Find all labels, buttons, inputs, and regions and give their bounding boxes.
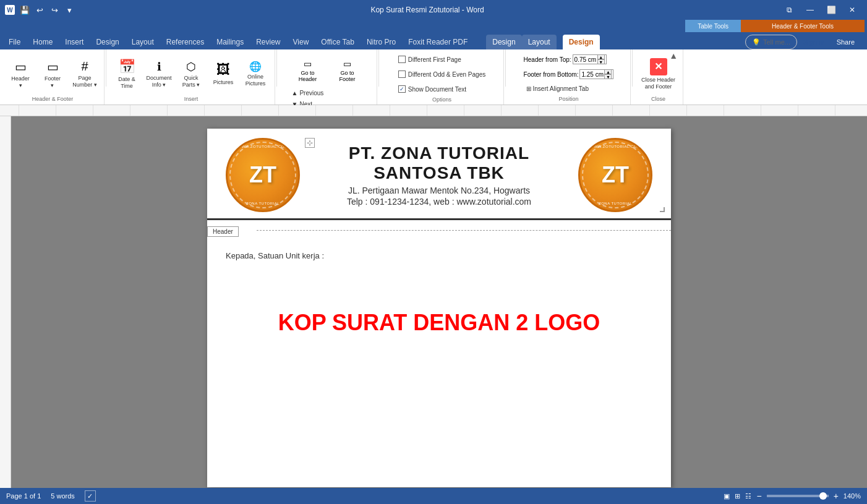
pictures-button[interactable]: 🖼 Pictures (208, 56, 239, 93)
header-from-top-field: Header from Top: 0.75 cm ▲ ▼ (524, 53, 607, 66)
undo-button[interactable]: ↩ (33, 4, 46, 16)
goto-footer-icon: ▭ (343, 59, 351, 69)
doc-info-button[interactable]: ℹ DocumentInfo ▾ (143, 56, 174, 93)
zoom-thumb (819, 492, 827, 500)
tab-nitropro[interactable]: Nitro Pro (361, 35, 402, 49)
tab-officetab[interactable]: Office Tab (315, 35, 361, 49)
title-bar-left: W 💾 ↩ ↪ ▾ (5, 4, 75, 16)
tab-review[interactable]: Review (250, 35, 286, 49)
page-container[interactable]: ⊹ WWW.ZOTUTORIAL.COM ZT ZONA TUTORIAL PT… (11, 116, 867, 488)
tell-me-text: Tell me... (763, 38, 790, 46)
hf-tools-context-label: Header & Footer Tools (741, 20, 865, 32)
footer-from-bottom-field: Footer from Bottom: 1.25 cm ▲ ▼ (524, 68, 614, 80)
tab-design[interactable]: Design (90, 35, 125, 49)
tab-table-layout[interactable]: Layout (522, 35, 557, 49)
restore-window-button[interactable]: ⧉ (779, 0, 799, 20)
previous-button[interactable]: ▲ Previous (289, 87, 366, 98)
logo-right: WWW.ZOTUTORIAL.COM ZT ZONA TUTORIAL (578, 138, 652, 212)
quick-parts-icon: ⬡ (186, 60, 196, 74)
tab-mailings[interactable]: Mailings (210, 35, 250, 49)
footer-bottom-spin-up[interactable]: ▲ (604, 69, 612, 74)
vertical-ruler (0, 116, 11, 488)
header-resize-handle[interactable] (660, 207, 665, 212)
footer-label: Footer▾ (45, 75, 61, 89)
quick-parts-button[interactable]: ⬡ QuickParts ▾ (176, 56, 207, 93)
pictures-label: Pictures (213, 79, 234, 86)
ribbon-group-position: Header from Top: 0.75 cm ▲ ▼ Footer from… (507, 49, 631, 105)
show-doc-text-checkbox[interactable] (398, 85, 406, 93)
goto-header-button[interactable]: ▭ Go toHeader (289, 53, 327, 87)
view-read-icon[interactable]: ☷ (745, 492, 751, 500)
maximize-button[interactable]: ⬜ (821, 0, 841, 20)
footer-button[interactable]: ▭ Footer▾ (37, 56, 68, 93)
document-header: ⊹ WWW.ZOTUTORIAL.COM ZT ZONA TUTORIAL PT… (207, 129, 671, 220)
zoom-slider[interactable] (767, 495, 829, 497)
logo-right-text: ZT (602, 162, 629, 188)
proofing-icon[interactable]: ✓ (85, 490, 96, 502)
view-normal-icon[interactable]: ▣ (724, 492, 730, 500)
tab-foxitpdf[interactable]: Foxit Reader PDF (402, 35, 474, 49)
previous-icon: ▲ (292, 90, 298, 96)
online-pictures-button[interactable]: 🌐 OnlinePictures (240, 56, 271, 93)
tab-insert[interactable]: Insert (59, 35, 90, 49)
different-odd-even-checkbox[interactable] (398, 70, 406, 78)
header-top-spin-down[interactable]: ▼ (597, 59, 605, 64)
insert-alignment-tab-button[interactable]: ⊞ Insert Alignment Tab (524, 83, 591, 94)
document-title: Kop Surat Resmi Zotutorial - Word (75, 6, 779, 14)
sign-in-button[interactable]: Sign in (800, 37, 828, 47)
save-button[interactable]: 💾 (19, 4, 31, 16)
ribbon: ▭ Header▾ ▭ Footer▾ # PageNumber ▾ Heade… (0, 49, 867, 105)
close-button[interactable]: ✕ (842, 0, 862, 20)
logo-left-arc-top: WWW.ZOTUTORIAL.COM (238, 145, 288, 148)
previous-label: Previous (299, 90, 323, 96)
share-button[interactable]: Share (831, 36, 861, 48)
tab-references[interactable]: References (160, 35, 210, 49)
tab-layout[interactable]: Layout (126, 35, 160, 49)
doc-info-icon: ℹ (157, 60, 161, 74)
different-odd-even-row[interactable]: Different Odd & Even Pages (398, 68, 485, 80)
tab-hf-design[interactable]: Design (563, 35, 600, 49)
address-line: Kepada, Satuan Unit kerja : (226, 251, 652, 260)
goto-footer-button[interactable]: ▭ Go toFooter (329, 53, 366, 87)
footer-icon: ▭ (47, 59, 59, 74)
different-first-page-row[interactable]: Different First Page (398, 53, 461, 66)
ribbon-group-header-footer: ▭ Header▾ ▭ Footer▾ # PageNumber ▾ Heade… (1, 49, 105, 105)
different-first-page-checkbox[interactable] (398, 56, 406, 63)
different-odd-even-label: Different Odd & Even Pages (408, 71, 485, 78)
header-button[interactable]: ▭ Header▾ (5, 56, 36, 93)
tab-home[interactable]: Home (27, 35, 59, 49)
header-dashed-line (257, 230, 671, 231)
header-top-spin-up[interactable]: ▲ (597, 54, 605, 59)
collapse-ribbon-button[interactable]: ▲ (669, 51, 678, 61)
header-section-label: Header (207, 226, 239, 237)
customize-qat-button[interactable]: ▾ (63, 4, 75, 16)
document-area: ⊹ WWW.ZOTUTORIAL.COM ZT ZONA TUTORIAL PT… (0, 116, 867, 488)
date-time-button[interactable]: 📅 Date &Time (111, 56, 142, 93)
position-group-label: Position (510, 96, 628, 103)
header-top-value: 0.75 cm (574, 56, 597, 63)
company-address: JL. Pertigaan Mawar Mentok No.234, Hogwa… (312, 186, 566, 195)
show-doc-text-row[interactable]: Show Document Text (398, 83, 466, 95)
view-layout-icon[interactable]: ⊞ (735, 492, 740, 500)
zoom-minus-button[interactable]: − (756, 491, 761, 501)
footer-bottom-input[interactable]: 1.25 cm ▲ ▼ (579, 69, 613, 79)
tell-me-box[interactable]: 💡 Tell me... (745, 35, 797, 49)
zoom-plus-button[interactable]: + (834, 491, 839, 501)
page-number-button[interactable]: # PageNumber ▾ (69, 56, 100, 93)
move-handle[interactable]: ⊹ (305, 138, 315, 148)
goto-header-label: Go toHeader (299, 70, 317, 82)
redo-button[interactable]: ↪ (48, 4, 61, 16)
header-icon: ▭ (15, 59, 27, 74)
different-first-page-label: Different First Page (408, 56, 461, 63)
header-top-input[interactable]: 0.75 cm ▲ ▼ (573, 54, 607, 64)
insert-buttons: 📅 Date &Time ℹ DocumentInfo ▾ ⬡ QuickPar… (110, 51, 272, 96)
hf-group-label: Header & Footer (4, 96, 101, 103)
minimize-button[interactable]: — (800, 0, 820, 20)
window-controls: ⧉ — ⬜ ✕ (779, 0, 862, 20)
date-time-icon: 📅 (119, 59, 135, 75)
tab-file[interactable]: File (2, 35, 27, 49)
tab-view[interactable]: View (287, 35, 315, 49)
header-top-label: Header from Top: (524, 56, 571, 63)
footer-bottom-spin-down[interactable]: ▼ (604, 74, 612, 79)
tab-table-design[interactable]: Design (486, 35, 521, 49)
